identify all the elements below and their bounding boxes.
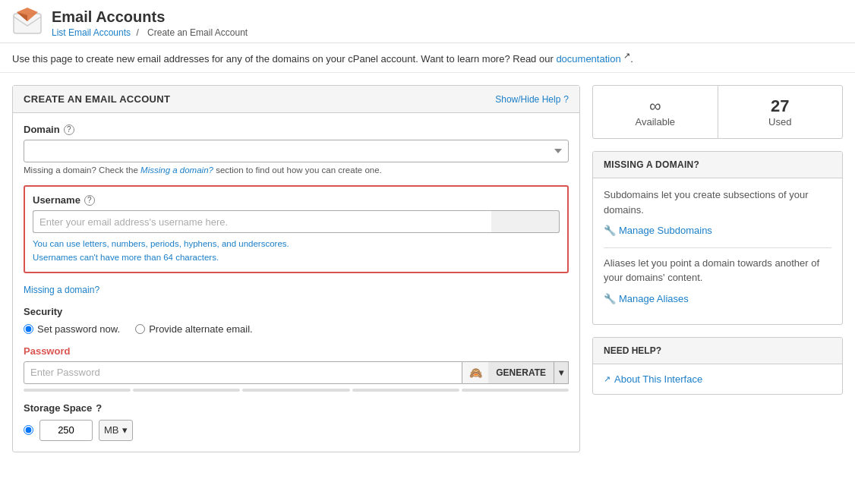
toggle-password-button[interactable]: 🙈 [462,361,488,384]
right-column: ∞ Available 27 Used MISSING A DOMAIN? Su… [592,85,843,395]
domain-group: Domain ? Missing a domain? Check the Mis… [24,124,569,175]
form-card-header: CREATE AN EMAIL ACCOUNT Show/Hide Help ? [13,86,579,113]
storage-unit-select[interactable]: MB ▾ [99,420,133,441]
domain-label: Domain ? [24,124,569,135]
storage-unit-chevron: ▾ [122,424,128,436]
generate-dropdown-arrow[interactable]: ▾ [554,362,568,383]
domain-missing-link[interactable]: Missing a domain? [140,165,213,175]
need-help-card-header: NEED HELP? [593,338,842,364]
storage-input-row: MB ▾ [24,420,569,441]
password-input[interactable] [24,361,462,384]
storage-group: Storage Space ? MB ▾ [24,402,569,441]
generate-button-label: GENERATE [488,362,554,383]
description-text: Use this page to create new email addres… [12,53,554,65]
missing-domain-card-header: MISSING A DOMAIN? [593,152,842,178]
help-icon: ? [563,94,569,105]
breadcrumb-current: Create an Email Account [147,27,248,38]
wrench-icon-subdomains: 🔧 [604,223,616,238]
password-label: Password [24,345,569,357]
strength-segment-5 [462,389,569,392]
documentation-link[interactable]: documentation [556,53,620,65]
about-interface-link[interactable]: ↗ About This Interface [604,373,831,385]
strength-segment-2 [133,389,240,392]
page-title: Email Accounts [52,8,251,26]
radio-alternate-email-input[interactable] [135,324,145,334]
need-help-card-body: ↗ About This Interface [593,364,842,394]
aliases-text: Aliases let you point a domain towards a… [604,256,831,285]
password-input-row: 🙈 GENERATE ▾ [24,361,569,384]
domain-hint-text: Missing a domain? Check the Missing a do… [24,165,569,175]
available-stat: ∞ Available [593,86,718,138]
stats-row: ∞ Available 27 Used [593,86,842,138]
left-column: CREATE AN EMAIL ACCOUNT Show/Hide Help ?… [12,85,580,452]
username-help-icon[interactable]: ? [84,195,95,206]
eye-slash-icon: 🙈 [469,367,482,379]
used-count: 27 [726,96,835,116]
breadcrumb: List Email Accounts / Create an Email Ac… [52,27,251,38]
external-link-icon: ↗ [604,374,610,384]
page-header: Email Accounts List Email Accounts / Cre… [0,0,855,43]
email-icon [12,8,43,38]
password-strength-bar [24,389,569,392]
domain-select[interactable] [24,140,569,162]
wrench-icon-aliases: 🔧 [604,291,616,307]
subdomains-text: Subdomains let you create subsections of… [604,187,831,217]
radio-set-password[interactable]: Set password now. [24,323,120,335]
description-bar: Use this page to create new email addres… [0,43,855,73]
manage-subdomains-link[interactable]: 🔧 Manage Subdomains [604,223,831,238]
username-label: Username ? [33,194,560,206]
radio-alternate-email[interactable]: Provide alternate email. [135,323,253,335]
manage-aliases-link[interactable]: 🔧 Manage Aliases [604,291,831,307]
show-hide-help-link[interactable]: Show/Hide Help ? [495,94,569,105]
create-email-form-card: CREATE AN EMAIL ACCOUNT Show/Hide Help ?… [12,85,580,452]
username-hints: You can use letters, numbers, periods, h… [33,238,560,264]
form-card-title: CREATE AN EMAIL ACCOUNT [24,93,170,105]
storage-label: Storage Space ? [24,402,569,414]
password-group: Password 🙈 GENERATE ▾ [24,345,569,392]
security-radio-group: Set password now. Provide alternate emai… [24,323,569,335]
domain-help-icon[interactable]: ? [64,124,74,135]
stats-card: ∞ Available 27 Used [592,85,843,139]
storage-help-icon[interactable]: ? [96,402,102,414]
radio-set-password-input[interactable] [24,324,33,334]
info-card-divider [604,247,831,248]
username-section: Username ? You can use letters, numbers,… [24,185,569,273]
missing-domain-card: MISSING A DOMAIN? Subdomains let you cre… [592,151,843,325]
missing-domain-link[interactable]: Missing a domain? [24,285,99,295]
form-card-body: Domain ? Missing a domain? Check the Mis… [13,113,579,452]
storage-radio[interactable] [24,425,33,435]
breadcrumb-home-link[interactable]: List Email Accounts [52,27,131,38]
main-layout: CREATE AN EMAIL ACCOUNT Show/Hide Help ?… [0,73,855,465]
strength-segment-4 [352,389,459,392]
username-input-row [33,210,560,233]
need-help-card: NEED HELP? ↗ About This Interface [592,337,843,395]
storage-value-input[interactable] [39,420,93,441]
security-group: Security Set password now. Provide alter… [24,306,569,335]
missing-domain-card-body: Subdomains let you create subsections of… [593,178,842,324]
strength-segment-3 [242,389,349,392]
used-stat: 27 Used [718,86,843,138]
strength-segment-1 [24,389,131,392]
username-input[interactable] [33,210,491,233]
generate-password-button[interactable]: GENERATE ▾ [488,361,569,384]
username-domain-suffix [491,210,560,233]
security-label: Security [24,306,569,317]
